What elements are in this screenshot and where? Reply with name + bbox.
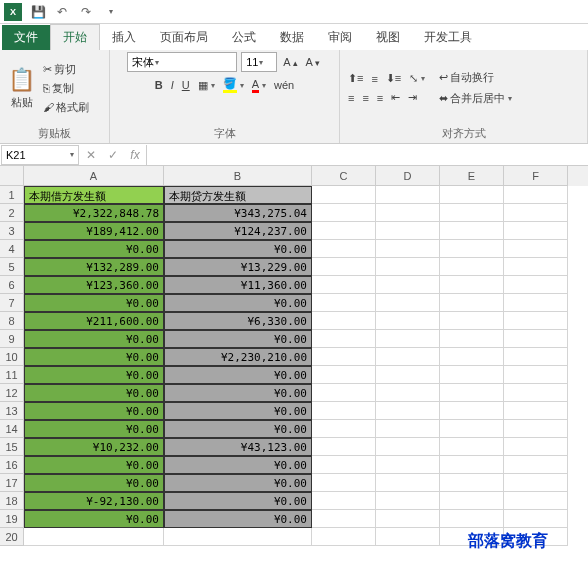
row-header[interactable]: 16 <box>0 456 24 474</box>
col-header-e[interactable]: E <box>440 166 504 186</box>
row-header[interactable]: 1 <box>0 186 24 204</box>
cell[interactable] <box>376 402 440 420</box>
cell[interactable]: ¥0.00 <box>24 456 164 474</box>
cell[interactable] <box>24 528 164 546</box>
cell[interactable] <box>312 384 376 402</box>
merge-button[interactable]: ⬌合并后居中▾ <box>437 90 514 107</box>
cell[interactable] <box>504 510 568 528</box>
cell[interactable]: ¥189,412.00 <box>24 222 164 240</box>
row-header[interactable]: 10 <box>0 348 24 366</box>
cell[interactable] <box>312 348 376 366</box>
font-name-combo[interactable]: 宋体▾ <box>127 52 237 72</box>
font-color-button[interactable]: A▾ <box>250 77 268 94</box>
phonetic-button[interactable]: wén <box>272 78 296 92</box>
indent-inc-button[interactable]: ⇥ <box>406 90 419 105</box>
cell[interactable] <box>312 420 376 438</box>
cell[interactable] <box>376 528 440 546</box>
cell[interactable] <box>376 456 440 474</box>
indent-dec-button[interactable]: ⇤ <box>389 90 402 105</box>
cell[interactable]: ¥-92,130.00 <box>24 492 164 510</box>
cell[interactable]: ¥11,360.00 <box>164 276 312 294</box>
cell[interactable]: ¥13,229.00 <box>164 258 312 276</box>
row-header[interactable]: 8 <box>0 312 24 330</box>
tab-insert[interactable]: 插入 <box>100 25 148 50</box>
cell[interactable] <box>504 384 568 402</box>
cell[interactable] <box>440 402 504 420</box>
cell[interactable] <box>312 456 376 474</box>
cell[interactable] <box>440 258 504 276</box>
cell[interactable]: ¥0.00 <box>164 366 312 384</box>
cut-button[interactable]: ✂剪切 <box>41 61 91 78</box>
cell[interactable]: ¥0.00 <box>24 384 164 402</box>
tab-dev[interactable]: 开发工具 <box>412 25 484 50</box>
cell[interactable] <box>376 474 440 492</box>
col-header-b[interactable]: B <box>164 166 312 186</box>
cell[interactable]: ¥0.00 <box>24 402 164 420</box>
underline-button[interactable]: U <box>180 78 192 92</box>
cell[interactable] <box>504 420 568 438</box>
tab-data[interactable]: 数据 <box>268 25 316 50</box>
align-top-button[interactable]: ⬆≡ <box>346 71 365 86</box>
cell[interactable] <box>504 474 568 492</box>
cell[interactable] <box>504 222 568 240</box>
row-header[interactable]: 11 <box>0 366 24 384</box>
align-left-button[interactable]: ≡ <box>346 91 356 105</box>
tab-home[interactable]: 开始 <box>50 24 100 50</box>
paste-button[interactable]: 📋 粘贴 <box>6 66 37 111</box>
cell[interactable] <box>312 330 376 348</box>
enter-button[interactable]: ✓ <box>102 148 124 162</box>
cell[interactable] <box>440 420 504 438</box>
cell[interactable] <box>504 456 568 474</box>
row-header[interactable]: 5 <box>0 258 24 276</box>
cell[interactable] <box>376 366 440 384</box>
row-header[interactable]: 13 <box>0 402 24 420</box>
shrink-font-button[interactable]: A▾ <box>304 55 322 69</box>
row-header[interactable]: 9 <box>0 330 24 348</box>
row-header[interactable]: 17 <box>0 474 24 492</box>
cell[interactable] <box>504 366 568 384</box>
wrap-text-button[interactable]: ↩自动换行 <box>437 69 514 86</box>
cell[interactable] <box>440 384 504 402</box>
cell[interactable] <box>504 492 568 510</box>
cell[interactable]: ¥211,600.00 <box>24 312 164 330</box>
align-center-button[interactable]: ≡ <box>360 91 370 105</box>
cell[interactable] <box>440 474 504 492</box>
cell[interactable] <box>440 186 504 204</box>
cell[interactable] <box>376 348 440 366</box>
cell[interactable]: ¥0.00 <box>24 510 164 528</box>
cell[interactable] <box>376 510 440 528</box>
cell[interactable] <box>376 294 440 312</box>
cell[interactable] <box>312 186 376 204</box>
cell[interactable]: ¥0.00 <box>24 240 164 258</box>
cell[interactable] <box>440 438 504 456</box>
cell[interactable] <box>312 528 376 546</box>
cell[interactable] <box>376 204 440 222</box>
cell[interactable] <box>376 420 440 438</box>
cell[interactable]: ¥0.00 <box>24 348 164 366</box>
grow-font-button[interactable]: A▴ <box>281 55 299 69</box>
row-header[interactable]: 12 <box>0 384 24 402</box>
cell[interactable] <box>376 384 440 402</box>
formula-input[interactable] <box>146 145 588 165</box>
row-header[interactable]: 2 <box>0 204 24 222</box>
cell[interactable] <box>312 492 376 510</box>
undo-icon[interactable]: ↶ <box>54 4 70 20</box>
row-header[interactable]: 19 <box>0 510 24 528</box>
cell[interactable] <box>504 204 568 222</box>
cell[interactable] <box>376 258 440 276</box>
cell[interactable] <box>440 312 504 330</box>
cell[interactable] <box>440 204 504 222</box>
cell[interactable] <box>504 294 568 312</box>
cell[interactable]: ¥0.00 <box>164 384 312 402</box>
tab-file[interactable]: 文件 <box>2 25 50 50</box>
cell[interactable]: ¥43,123.00 <box>164 438 312 456</box>
cell[interactable] <box>312 240 376 258</box>
italic-button[interactable]: I <box>169 78 176 92</box>
cell[interactable] <box>376 240 440 258</box>
align-middle-button[interactable]: ≡ <box>369 72 379 86</box>
cell[interactable] <box>376 312 440 330</box>
cell[interactable] <box>504 402 568 420</box>
cell[interactable] <box>312 258 376 276</box>
cell[interactable]: ¥0.00 <box>24 294 164 312</box>
row-header[interactable]: 4 <box>0 240 24 258</box>
